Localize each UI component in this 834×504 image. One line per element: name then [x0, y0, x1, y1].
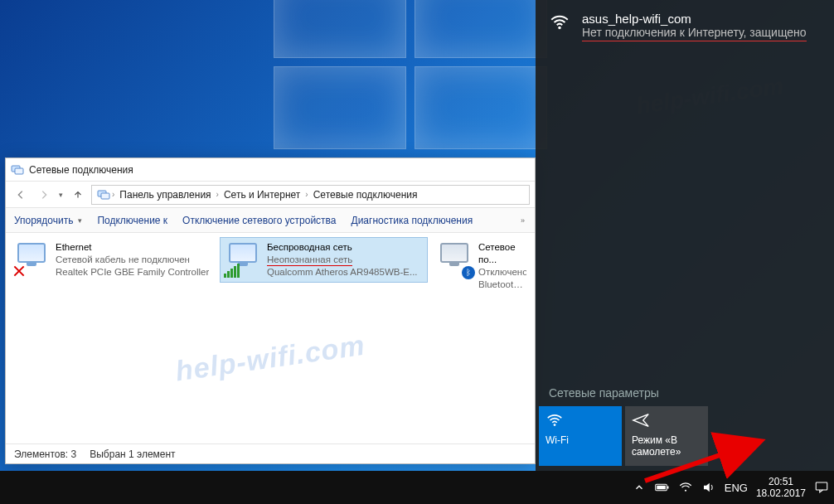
ethernet-adapter-icon: [14, 241, 49, 276]
chevron-right-icon: ›: [112, 190, 114, 199]
connection-name: Ethernet: [56, 241, 209, 254]
selection-count: Выбран 1 элемент: [90, 448, 175, 460]
airplane-icon: [632, 411, 701, 434]
connection-status: Неопознанная сеть: [267, 254, 418, 266]
nav-forward-button[interactable]: [34, 185, 54, 205]
svg-rect-3: [101, 193, 109, 199]
item-count: Элементов: 3: [14, 448, 76, 460]
connect-to-button[interactable]: Подключение к: [97, 215, 167, 226]
svg-rect-10: [816, 482, 827, 490]
disable-device-button[interactable]: Отключение сетевого устройства: [182, 215, 336, 226]
clock[interactable]: 20:51 18.02.2017: [756, 476, 806, 499]
diagnose-button[interactable]: Диагностика подключения: [352, 215, 473, 226]
connections-list: Ethernet Сетевой кабель не подключен Rea…: [6, 233, 535, 442]
connection-item-bluetooth[interactable]: ᛒ Сетевое по... Отключено Bluetooth D...: [432, 238, 531, 294]
wifi-toggle-tile[interactable]: Wi-Fi: [539, 406, 622, 466]
svg-point-4: [558, 27, 560, 29]
arrow-right-icon: [38, 189, 50, 201]
arrow-left-icon: [15, 189, 27, 201]
connection-name: Беспроводная сеть: [267, 241, 418, 254]
action-center-icon[interactable]: [814, 480, 829, 495]
connection-name: Сетевое по...: [478, 241, 526, 266]
network-settings-link[interactable]: Сетевые параметры: [536, 378, 834, 406]
svg-rect-8: [657, 486, 666, 490]
network-flyout: asus_help-wifi_com Нет подключения к Инт…: [536, 0, 834, 471]
nav-back-button[interactable]: [11, 185, 31, 205]
breadcrumb-segment[interactable]: Сетевые подключения: [310, 189, 421, 201]
connection-device: Realtek PCIe GBE Family Controller: [56, 266, 209, 279]
system-tray: ENG 20:51 18.02.2017: [632, 476, 829, 499]
address-bar-row: ▾ › Панель управления › Сеть и Интернет …: [6, 182, 535, 208]
connection-device: Qualcomm Atheros AR9485WB-E...: [267, 266, 418, 279]
battery-icon[interactable]: [655, 480, 670, 495]
breadcrumb[interactable]: › Панель управления › Сеть и Интернет › …: [91, 185, 530, 205]
wifi-network-item[interactable]: asus_help-wifi_com Нет подключения к Инт…: [536, 0, 834, 50]
arrow-up-icon: [72, 189, 84, 201]
airplane-mode-tile[interactable]: Режим «В самолете»: [625, 406, 708, 466]
tile-label: Wi-Fi: [545, 434, 615, 446]
chevron-right-icon: ›: [305, 190, 308, 199]
organize-menu[interactable]: Упорядочить: [14, 215, 82, 226]
command-bar: Упорядочить Подключение к Отключение сет…: [6, 208, 535, 233]
network-connections-icon: [11, 163, 24, 177]
connection-item-wireless[interactable]: Беспроводная сеть Неопознанная сеть Qual…: [221, 238, 427, 282]
quick-action-tiles: Wi-Fi Режим «В самолете»: [536, 406, 834, 471]
wallpaper-windows-logo: [274, 0, 555, 158]
recent-locations-dropdown[interactable]: ▾: [57, 191, 65, 199]
network-connections-icon: [97, 188, 110, 201]
tray-overflow-chevron-icon[interactable]: [632, 480, 647, 495]
svg-rect-1: [15, 168, 23, 174]
titlebar[interactable]: Сетевые подключения: [6, 158, 535, 182]
svg-point-5: [554, 424, 556, 426]
wifi-icon: [549, 12, 570, 41]
wifi-ssid: asus_help-wifi_com: [582, 12, 807, 26]
svg-rect-7: [667, 487, 669, 489]
nav-up-button[interactable]: [68, 185, 88, 205]
breadcrumb-segment[interactable]: Панель управления: [116, 189, 214, 201]
bluetooth-adapter-icon: ᛒ: [437, 241, 472, 276]
wifi-icon: [545, 411, 615, 434]
volume-icon[interactable]: [701, 480, 716, 495]
clock-time: 20:51: [756, 476, 806, 487]
wifi-adapter-icon: [225, 241, 260, 276]
taskbar: ENG 20:51 18.02.2017: [0, 471, 834, 504]
wifi-tray-icon[interactable]: [678, 480, 693, 495]
watermark: help-wifi.com: [173, 329, 366, 388]
wifi-status: Нет подключения к Интернету, защищено: [582, 26, 807, 41]
clock-date: 18.02.2017: [756, 487, 806, 499]
status-bar: Элементов: 3 Выбран 1 элемент: [6, 443, 535, 463]
connection-item-ethernet[interactable]: Ethernet Сетевой кабель не подключен Rea…: [9, 238, 216, 282]
network-connections-window: Сетевые подключения ▾ › Панель управлени…: [5, 158, 536, 464]
svg-point-9: [685, 490, 686, 492]
window-title: Сетевые подключения: [29, 164, 133, 176]
more-options-chevron-icon[interactable]: »: [519, 216, 526, 225]
breadcrumb-segment[interactable]: Сеть и Интернет: [221, 189, 303, 201]
language-indicator[interactable]: ENG: [725, 482, 748, 494]
chevron-right-icon: ›: [216, 190, 219, 199]
connection-status: Отключено: [478, 266, 526, 279]
connection-status: Сетевой кабель не подключен: [56, 254, 209, 266]
tile-label: Режим «В самолете»: [632, 434, 701, 458]
connection-device: Bluetooth D...: [478, 279, 526, 291]
